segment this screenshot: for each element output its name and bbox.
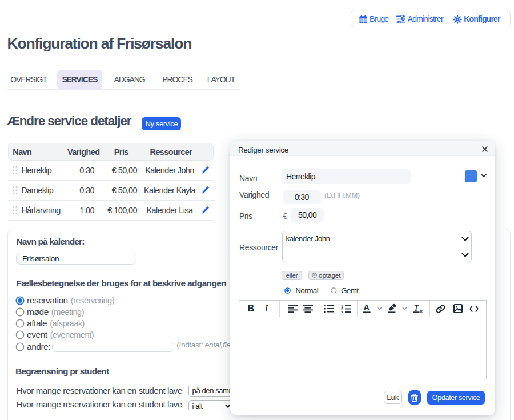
svg-text:T: T bbox=[413, 304, 419, 313]
svg-text:A: A bbox=[363, 303, 370, 312]
svg-text:×: × bbox=[420, 309, 423, 314]
svg-text:3: 3 bbox=[341, 310, 343, 313]
